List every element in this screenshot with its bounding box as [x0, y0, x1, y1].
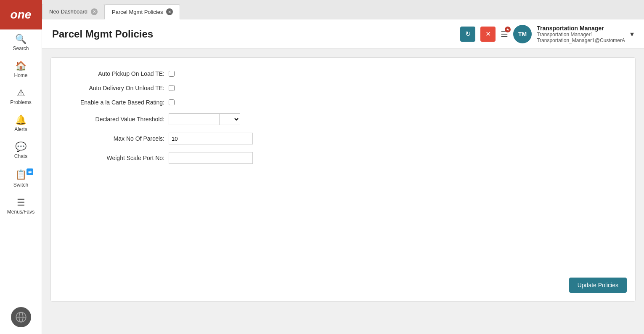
app-logo[interactable]: one — [0, 0, 42, 29]
header-actions: ↻ ✕ ☰ ★ TM Transportation Manager Transp… — [460, 25, 634, 43]
tab-bar: Neo Dashboard ✕ Parcel Mgmt Policies ✕ — [42, 0, 644, 19]
avatar: TM — [513, 25, 532, 43]
refresh-icon: ↻ — [465, 30, 471, 38]
auto-delivery-label: Auto Delivery On Unload TE: — [68, 85, 169, 91]
avatar-initials: TM — [518, 31, 527, 37]
menu-button[interactable]: ☰ ★ — [501, 29, 508, 39]
sidebar-item-switch[interactable]: 📋 ⇄ Switch — [0, 164, 42, 193]
declared-value-input-group — [169, 113, 240, 125]
chat-icon: 💬 — [15, 142, 27, 152]
sidebar-item-menus[interactable]: ☰ Menus/Favs — [0, 193, 42, 220]
sidebar: one 🔍 Search 🏠 Home ⚠ Problems 🔔 Alerts … — [0, 0, 42, 334]
content-area: Auto Pickup On Load TE: Auto Delivery On… — [42, 49, 644, 334]
update-policies-button[interactable]: Update Policies — [569, 278, 627, 293]
refresh-button[interactable]: ↻ — [460, 27, 475, 42]
logo-text: one — [11, 8, 32, 21]
page-header: Parcel Mgmt Policies ↻ ✕ ☰ ★ TM Transpor… — [42, 19, 644, 49]
star-badge: ★ — [505, 27, 511, 32]
sidebar-label-menus: Menus/Favs — [7, 209, 34, 215]
sidebar-label-chats: Chats — [14, 153, 27, 159]
weight-scale-row: Weight Scale Port No: — [68, 152, 618, 164]
tab-neo-dashboard-label: Neo Dashboard — [49, 8, 87, 15]
user-info: Transportation Manager Transportation Ma… — [537, 25, 625, 43]
warning-icon: ⚠ — [17, 88, 25, 98]
home-icon: 🏠 — [15, 61, 27, 71]
declared-value-label: Declared Value Threshold: — [68, 116, 169, 123]
weight-scale-label: Weight Scale Port No: — [68, 155, 169, 161]
tab-neo-dashboard-close[interactable]: ✕ — [91, 8, 98, 15]
switch-icon: 📋 — [15, 169, 27, 180]
sidebar-item-search[interactable]: 🔍 Search — [0, 29, 42, 56]
sidebar-item-chats[interactable]: 💬 Chats — [0, 137, 42, 164]
chevron-down-icon: ▾ — [630, 30, 634, 38]
policy-card: Auto Pickup On Load TE: Auto Delivery On… — [50, 57, 636, 302]
sidebar-label-switch: Switch — [13, 182, 28, 188]
sidebar-label-alerts: Alerts — [14, 126, 27, 132]
enable-carte-label: Enable a la Carte Based Rating: — [68, 99, 169, 106]
tab-parcel-mgmt-label: Parcel Mgmt Policies — [112, 9, 163, 15]
sidebar-item-problems[interactable]: ⚠ Problems — [0, 83, 42, 110]
tab-neo-dashboard[interactable]: Neo Dashboard ✕ — [42, 4, 105, 19]
user-chevron-button[interactable]: ▾ — [630, 29, 634, 39]
weight-scale-input[interactable] — [169, 152, 253, 164]
enable-carte-checkbox[interactable] — [169, 99, 175, 105]
switch-badge: ⇄ — [27, 168, 33, 175]
user-email: Transportation_Manager1@CustomerA — [537, 37, 625, 43]
max-parcels-label: Max No Of Parcels: — [68, 135, 169, 142]
user-name: Transportation Manager — [537, 25, 625, 32]
auto-pickup-row: Auto Pickup On Load TE: — [68, 70, 618, 77]
sidebar-item-alerts[interactable]: 🔔 Alerts — [0, 110, 42, 137]
sidebar-item-home[interactable]: 🏠 Home — [0, 56, 42, 83]
auto-delivery-row: Auto Delivery On Unload TE: — [68, 85, 618, 91]
declared-value-input[interactable] — [169, 113, 219, 125]
bell-icon: 🔔 — [15, 115, 27, 125]
max-parcels-row: Max No Of Parcels: — [68, 133, 618, 144]
tab-parcel-mgmt[interactable]: Parcel Mgmt Policies ✕ — [105, 4, 180, 19]
auto-pickup-checkbox[interactable] — [169, 71, 175, 77]
tab-parcel-mgmt-close[interactable]: ✕ — [166, 8, 173, 15]
user-role: Transportation Manager1 — [537, 32, 625, 37]
max-parcels-input[interactable] — [169, 133, 253, 144]
auto-delivery-checkbox[interactable] — [169, 85, 175, 91]
sidebar-bottom — [0, 307, 42, 334]
enable-carte-row: Enable a la Carte Based Rating: — [68, 99, 618, 106]
auto-pickup-label: Auto Pickup On Load TE: — [68, 70, 169, 77]
search-icon: 🔍 — [15, 35, 27, 44]
globe-icon[interactable] — [11, 307, 31, 327]
sidebar-label-problems: Problems — [10, 99, 32, 105]
close-button[interactable]: ✕ — [480, 27, 496, 42]
main-area: Neo Dashboard ✕ Parcel Mgmt Policies ✕ P… — [42, 0, 644, 334]
declared-value-row: Declared Value Threshold: — [68, 113, 618, 125]
close-icon: ✕ — [485, 30, 491, 38]
sidebar-label-home: Home — [14, 72, 27, 78]
sidebar-label-search: Search — [13, 45, 29, 51]
menu-icon: ☰ — [17, 198, 25, 207]
declared-value-select[interactable] — [219, 113, 240, 125]
page-title: Parcel Mgmt Policies — [52, 28, 153, 40]
